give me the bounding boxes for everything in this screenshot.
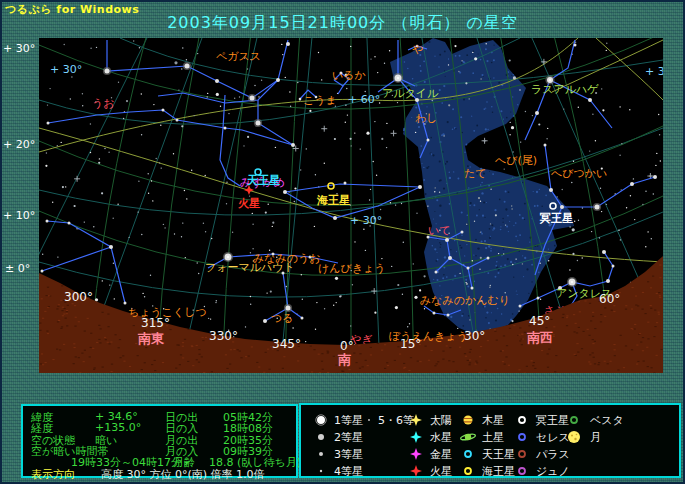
sky-label: わし	[415, 112, 438, 125]
sky-label: 300°	[64, 290, 93, 304]
mag1-icon	[312, 412, 330, 428]
mercury-icon	[407, 429, 425, 445]
sky-label: 45°	[529, 314, 550, 328]
vesta-icon	[565, 412, 583, 428]
venus-icon	[407, 446, 425, 462]
pallas-icon	[513, 446, 531, 462]
page-title: 2003年09月15日21時00分 （明石） の星空	[0, 13, 685, 34]
legend-label-sun: 太陽	[430, 413, 452, 428]
legend-label-mag3: 3等星	[334, 447, 363, 462]
altitude-label: ± 0°	[5, 262, 30, 275]
mag4-icon	[312, 463, 330, 479]
mars-icon	[407, 463, 425, 479]
sky-label: たて	[464, 167, 487, 180]
tsuru-pura-window: { "window": { "app_title": "つるぷら for Win…	[0, 0, 685, 484]
symbol-legend-panel: 1等星2等星3等星4等星5・6等太陽水星金星火星木星土星天王星海王星冥王星セレス…	[299, 403, 681, 478]
sky-label: いるか	[332, 69, 366, 82]
altitude-label: + 30°	[3, 42, 35, 55]
legend-label-uranus: 天王星	[482, 447, 515, 462]
sky-label: つる	[271, 312, 294, 325]
altitude-scale: + 30°+ 20°+ 10°± 0°	[3, 42, 35, 275]
juno-icon	[513, 463, 531, 479]
sky-label: ラスアルハゲ	[531, 83, 599, 96]
legend-label-vesta: ベスタ	[590, 413, 624, 428]
neptune-icon	[459, 463, 477, 479]
legend-label-mars: 火星	[430, 464, 452, 479]
sky-label: こうま	[303, 94, 337, 107]
legend-label-mag2: 2等星	[334, 430, 363, 445]
sky-label: フォーマルハウト	[205, 261, 295, 274]
sky-label: ペガスス	[216, 50, 261, 63]
observation-info-panel: 緯度+ 34.6°日の出05時42分経度+135.0°日の入18時08分空の状態…	[21, 404, 298, 478]
冥王星-label: 冥王星	[539, 212, 573, 225]
sky-label: うお	[92, 97, 115, 110]
海王星-label: 海王星	[316, 194, 350, 207]
altitude-label: + 10°	[3, 209, 35, 222]
sky-label: + 60°	[348, 93, 380, 106]
sky-label: + 30°	[350, 214, 382, 227]
sky-label: 南東	[137, 331, 165, 346]
mag3-icon	[312, 446, 330, 462]
legend-label-venus: 金星	[430, 447, 452, 462]
mag2-icon	[312, 429, 330, 445]
sky-label: けんびきょう	[318, 262, 386, 275]
jupiter-icon	[459, 412, 477, 428]
sky-label: や	[412, 43, 423, 56]
sky-label: 0°	[340, 339, 354, 353]
legend-label-pallas: パラス	[536, 447, 570, 462]
sky-label: アンタレス	[556, 287, 612, 300]
mag56-icon	[360, 412, 378, 428]
火星-label: 火星	[238, 197, 260, 210]
sky-label: いて	[428, 224, 451, 237]
info-text: 表示方向	[31, 467, 75, 482]
saturn-icon	[459, 429, 477, 445]
sky-label: 15°	[400, 337, 421, 351]
moon-icon	[565, 429, 583, 445]
sky-label: 南	[337, 352, 351, 367]
legend-label-mag4: 4等星	[334, 464, 363, 479]
info-text: 高度 30° 方位 0°(南) 倍率 1.0倍	[101, 467, 265, 482]
sky-label: へびつかい	[551, 167, 607, 180]
legend-label-neptune: 海王星	[482, 464, 515, 479]
sky-label: 30°	[464, 329, 485, 343]
pluto-icon	[513, 412, 531, 428]
altitude-label: + 20°	[3, 138, 35, 151]
uranus-icon	[459, 446, 477, 462]
sky-label: + 30°	[645, 65, 677, 78]
sky-label: ちょうこくしつ	[128, 306, 207, 319]
legend-label-jupiter: 木星	[482, 413, 504, 428]
sky-label: + 30°	[50, 63, 82, 76]
sky-label: 345°	[272, 337, 301, 351]
sun-icon	[407, 412, 425, 428]
sky-label: 330°	[209, 329, 238, 343]
legend-label-saturn: 土星	[482, 430, 504, 445]
ceres-icon	[513, 429, 531, 445]
sky-label: アルタイル	[382, 87, 439, 100]
legend-label-juno: ジュノ	[536, 464, 570, 479]
sky-label: へび(尾)	[495, 154, 537, 167]
天王星-label: 天王星	[246, 174, 280, 187]
legend-label-mag1: 1等星	[334, 413, 363, 428]
sky-label: 南西	[526, 330, 553, 345]
sky-label: みなみのかんむり	[420, 294, 510, 307]
legend-label-mercury: 水星	[430, 430, 452, 445]
legend-label-moon: 月	[590, 430, 601, 445]
